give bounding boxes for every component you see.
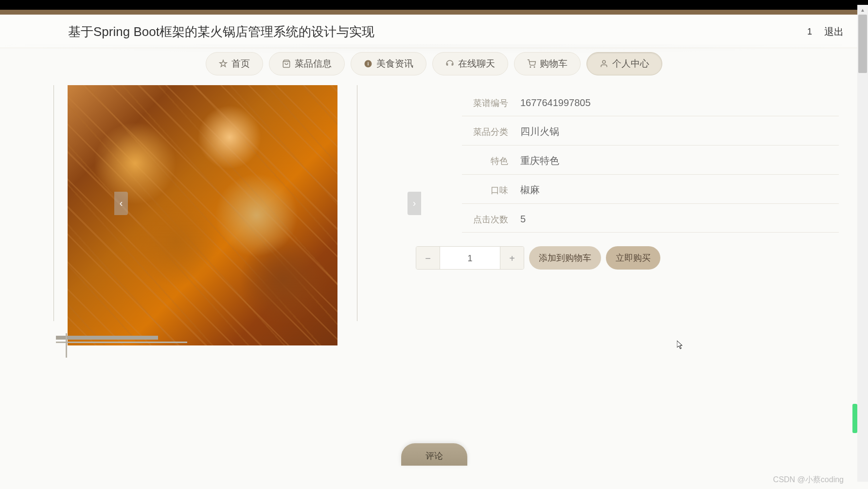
image-frame (53, 85, 357, 321)
top-gold-bar (0, 10, 868, 15)
plus-icon: + (509, 253, 515, 264)
detail-value: 重庆特色 (508, 154, 559, 167)
detail-label: 口味 (462, 181, 508, 196)
logout-link[interactable]: 退出 (824, 25, 844, 38)
nav-label: 美食资讯 (376, 57, 413, 70)
detail-value: 1677641997805 (508, 97, 591, 109)
scroll-up-arrow[interactable]: ▲ (857, 5, 868, 15)
detail-value: 四川火锅 (508, 125, 559, 138)
scrollbar[interactable]: ▲ (857, 15, 868, 482)
detail-row-feature: 特色 重庆特色 (462, 145, 839, 175)
detail-label: 特色 (462, 152, 508, 167)
detail-label: 菜谱编号 (462, 94, 508, 109)
watermark: CSDN @小蔡coding (773, 475, 844, 485)
image-decoration (56, 336, 221, 350)
main-nav: 首页 菜品信息 美食资讯 在线聊天 购物车 个人中心 (0, 48, 868, 75)
nav-news[interactable]: 美食资讯 (351, 52, 426, 75)
nav-label: 菜品信息 (295, 57, 332, 70)
nav-home[interactable]: 首页 (206, 52, 263, 75)
green-indicator (852, 404, 857, 433)
scrollbar-thumb[interactable] (858, 15, 867, 73)
detail-row-category: 菜品分类 四川火锅 (462, 116, 839, 145)
detail-value: 5 (508, 214, 526, 225)
chevron-left-icon: ‹ (120, 198, 123, 209)
qty-input[interactable] (440, 247, 500, 270)
carousel-prev[interactable]: ‹ (114, 192, 128, 215)
nav-cart[interactable]: 购物车 (514, 52, 581, 75)
nav-label: 个人中心 (612, 57, 649, 70)
info-icon (364, 59, 372, 68)
nav-label: 在线聊天 (458, 57, 495, 70)
header: 基于Spring Boot框架的某火锅店管理系统的设计与实现 1 退出 (0, 15, 868, 48)
nav-chat[interactable]: 在线聊天 (432, 52, 508, 75)
page-title: 基于Spring Boot框架的某火锅店管理系统的设计与实现 (68, 23, 374, 40)
header-right: 1 退出 (807, 25, 844, 38)
comment-tab[interactable]: 评论 (401, 443, 467, 466)
nav-dishes[interactable]: 菜品信息 (269, 52, 345, 75)
top-black-bar (0, 0, 868, 10)
add-to-cart-button[interactable]: 添加到购物车 (529, 246, 601, 270)
detail-value: 椒麻 (508, 183, 540, 197)
image-section: ‹ › (53, 85, 370, 321)
nav-label: 首页 (231, 57, 250, 70)
star-icon (219, 59, 228, 68)
nav-profile[interactable]: 个人中心 (586, 52, 662, 75)
svg-point-3 (602, 60, 605, 63)
headset-icon (445, 59, 454, 68)
detail-label: 菜品分类 (462, 123, 508, 138)
bag-icon (282, 59, 291, 68)
user-count: 1 (807, 27, 812, 37)
qty-decrease[interactable]: − (416, 247, 440, 270)
quantity-stepper: − + (416, 246, 524, 270)
content: ‹ › 菜谱编号 1677641997805 菜品分类 四川火锅 特色 重庆特色… (0, 75, 868, 321)
svg-point-1 (530, 67, 531, 68)
user-icon (600, 59, 608, 68)
minus-icon: − (425, 253, 431, 264)
cart-icon (527, 59, 536, 68)
carousel-next[interactable]: › (407, 192, 421, 215)
actions-row: − + 添加到购物车 立即购买 (416, 246, 839, 270)
detail-row-recipe-id: 菜谱编号 1677641997805 (462, 88, 839, 116)
details-section: 菜谱编号 1677641997805 菜品分类 四川火锅 特色 重庆特色 口味 … (370, 85, 839, 321)
svg-point-2 (534, 67, 535, 68)
detail-row-taste: 口味 椒麻 (462, 175, 839, 204)
chevron-right-icon: › (413, 198, 416, 209)
nav-label: 购物车 (540, 57, 567, 70)
detail-row-clicks: 点击次数 5 (462, 204, 839, 233)
food-image (68, 85, 337, 345)
qty-increase[interactable]: + (500, 247, 524, 270)
detail-label: 点击次数 (462, 211, 508, 225)
buy-now-button[interactable]: 立即购买 (606, 246, 660, 270)
cursor-icon (677, 341, 685, 350)
